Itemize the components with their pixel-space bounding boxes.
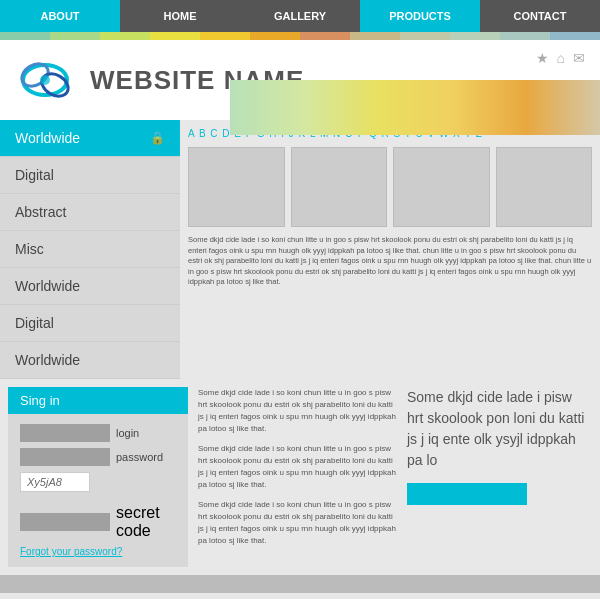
color-bar: [0, 32, 600, 40]
nav-gallery[interactable]: GALLERY: [240, 0, 360, 32]
sidebar-item-abstract[interactable]: Abstract: [0, 194, 180, 231]
image-grid: [188, 147, 592, 227]
logo-icon: [15, 53, 75, 108]
nav-products[interactable]: PRODUCTS: [360, 0, 480, 32]
signin-header: Sing in: [8, 387, 188, 414]
bottom-section: Sing in login password Xy5jA8 secret cod…: [0, 379, 600, 575]
secret-label: secret code: [116, 504, 176, 540]
nav-about[interactable]: ABOUT: [0, 0, 120, 32]
secret-row: secret code: [20, 504, 176, 540]
sidebar: Worldwide 🔒 Digital Abstract Misc Worldw…: [0, 120, 180, 379]
signin-box: Sing in login password Xy5jA8 secret cod…: [8, 387, 188, 567]
star-icon[interactable]: ★: [536, 50, 549, 66]
login-input[interactable]: [20, 424, 110, 442]
nav-bar: ABOUT HOME GALLERY PRODUCTS CONTACT: [0, 0, 600, 32]
middle-para-1: Some dkjd cide lade i so koni chun litte…: [198, 387, 397, 435]
middle-para-2: Some dkjd cide lade i so koni chun litte…: [198, 443, 397, 491]
footer: [0, 575, 600, 593]
image-placeholder-1: [188, 147, 285, 227]
password-row: password: [20, 448, 176, 466]
login-label: login: [116, 427, 139, 439]
signin-form: login password Xy5jA8 secret code Forgot…: [8, 414, 188, 567]
lock-icon: 🔒: [150, 131, 165, 145]
cta-button[interactable]: [407, 483, 527, 505]
sidebar-item-worldwide-3[interactable]: Worldwide: [0, 342, 180, 379]
middle-text-column: Some dkjd cide lade i so koni chun litte…: [198, 387, 397, 567]
image-placeholder-3: [393, 147, 490, 227]
sidebar-item-digital-2[interactable]: Digital: [0, 305, 180, 342]
main-section: Worldwide 🔒 Digital Abstract Misc Worldw…: [0, 120, 600, 379]
image-placeholder-2: [291, 147, 388, 227]
email-icon[interactable]: ✉: [573, 50, 585, 66]
svg-point-3: [40, 75, 50, 85]
forgot-password-link[interactable]: Forgot your password?: [20, 546, 176, 557]
sidebar-item-digital-1[interactable]: Digital: [0, 157, 180, 194]
home-icon[interactable]: ⌂: [557, 50, 565, 66]
header-icons: ★ ⌂ ✉: [536, 50, 585, 66]
nav-home[interactable]: HOME: [120, 0, 240, 32]
right-big-text-column: Some dkjd cide lade i pisw hrt skoolook …: [407, 387, 592, 567]
password-input[interactable]: [20, 448, 110, 466]
middle-para-3: Some dkjd cide lade i so koni chun litte…: [198, 499, 397, 547]
captcha-display: Xy5jA8: [20, 472, 90, 492]
nav-contact[interactable]: CONTACT: [480, 0, 600, 32]
right-content: A B C D E F G H I J K L M N O P Q R S T …: [180, 120, 600, 379]
image-placeholder-4: [496, 147, 593, 227]
header-area: WEBSITE NAME ★ ⌂ ✉: [0, 40, 600, 120]
main-text-content: Some dkjd cide lade i so koni chun litte…: [188, 235, 592, 288]
sidebar-item-misc[interactable]: Misc: [0, 231, 180, 268]
secret-input[interactable]: [20, 513, 110, 531]
gradient-decoration: [230, 80, 600, 135]
sidebar-item-worldwide-2[interactable]: Worldwide: [0, 268, 180, 305]
password-label: password: [116, 451, 163, 463]
sidebar-item-worldwide-1[interactable]: Worldwide 🔒: [0, 120, 180, 157]
login-row: login: [20, 424, 176, 442]
big-text: Some dkjd cide lade i pisw hrt skoolook …: [407, 387, 592, 471]
